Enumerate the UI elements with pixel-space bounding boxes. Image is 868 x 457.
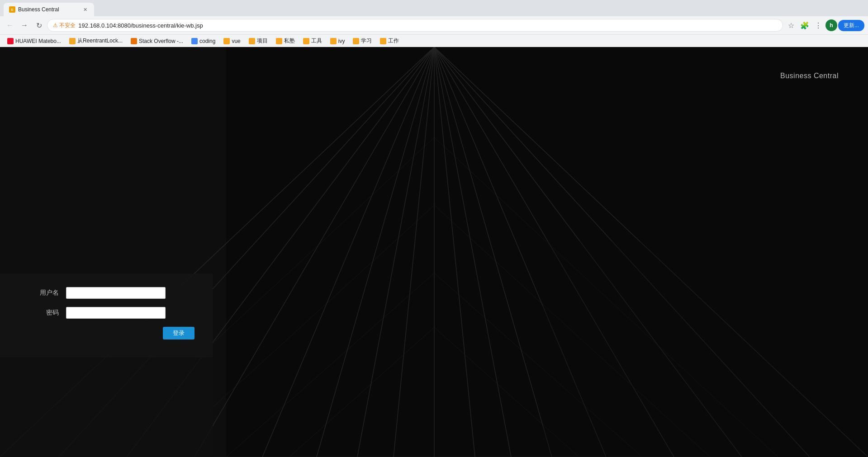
bookmark-favicon-work bbox=[380, 38, 386, 44]
username-row: 用户名 bbox=[36, 287, 194, 299]
active-tab[interactable]: B Business Central ✕ bbox=[4, 3, 94, 16]
address-text: 192.168.0.104:8080/business-central/kie-… bbox=[78, 22, 777, 29]
bookmark-vue[interactable]: vue bbox=[220, 37, 244, 45]
toolbar-actions: ☆ 🧩 ⋮ h 更新... bbox=[785, 19, 864, 32]
username-label: 用户名 bbox=[36, 289, 59, 297]
bookmark-favicon-coding bbox=[191, 38, 198, 44]
username-input[interactable] bbox=[66, 287, 166, 299]
browser-frame: B Business Central ✕ ← → ↻ ⚠ 不安全 192.168… bbox=[0, 0, 868, 457]
bookmark-work[interactable]: 工作 bbox=[376, 36, 403, 46]
bookmark-study[interactable]: 学习 bbox=[349, 36, 375, 46]
background-graphic bbox=[0, 47, 868, 457]
back-button[interactable]: ← bbox=[4, 19, 16, 32]
bookmark-sishu[interactable]: 私塾 bbox=[272, 36, 299, 46]
business-central-label: Business Central bbox=[780, 72, 839, 80]
bookmarks-bar: HUAWEI Matebo... 从ReentrantLock... Stack… bbox=[0, 34, 868, 47]
bookmark-favicon-stackoverflow bbox=[131, 38, 137, 44]
bookmark-tools[interactable]: 工具 bbox=[299, 36, 326, 46]
bookmark-favicon-sishu bbox=[276, 38, 282, 44]
bookmark-favicon-vue bbox=[223, 38, 230, 44]
bookmark-stackoverflow[interactable]: Stack Overflow -... bbox=[127, 37, 187, 45]
update-button[interactable]: 更新... bbox=[838, 20, 864, 31]
bookmark-favicon-tools bbox=[303, 38, 309, 44]
tab-bar: B Business Central ✕ bbox=[0, 0, 868, 16]
bookmark-project[interactable]: 项目 bbox=[245, 36, 271, 46]
login-form-container: 用户名 密码 登录 bbox=[0, 273, 213, 358]
tab-title: Business Central bbox=[18, 6, 79, 13]
bookmark-favicon-project bbox=[249, 38, 255, 44]
bookmark-favicon-huawei bbox=[7, 38, 14, 44]
bookmark-coding[interactable]: coding bbox=[188, 37, 219, 45]
bookmark-favicon-reentrant bbox=[69, 38, 76, 44]
password-row: 密码 bbox=[36, 307, 194, 319]
profile-button[interactable]: h bbox=[825, 19, 837, 31]
webpage: Business Central 用户名 密码 登录 bbox=[0, 47, 868, 457]
bookmark-ivy[interactable]: ivy bbox=[327, 37, 349, 45]
bookmark-reentrant[interactable]: 从ReentrantLock... bbox=[66, 36, 126, 46]
bookmark-favicon-ivy bbox=[330, 38, 337, 44]
bookmark-favicon-study bbox=[353, 38, 359, 44]
password-label: 密码 bbox=[36, 309, 59, 317]
reload-button[interactable]: ↻ bbox=[33, 19, 45, 32]
bookmark-this-button[interactable]: ☆ bbox=[785, 19, 797, 32]
security-badge: ⚠ 不安全 bbox=[53, 22, 76, 29]
extensions-button[interactable]: 🧩 bbox=[798, 19, 811, 32]
toolbar: ← → ↻ ⚠ 不安全 192.168.0.104:8080/business-… bbox=[0, 16, 868, 34]
login-button[interactable]: 登录 bbox=[163, 327, 194, 339]
tab-favicon: B bbox=[9, 6, 15, 13]
tab-close-button[interactable]: ✕ bbox=[81, 6, 89, 13]
forward-button[interactable]: → bbox=[18, 19, 31, 32]
bookmark-huawei[interactable]: HUAWEI Matebo... bbox=[4, 37, 65, 45]
password-input[interactable] bbox=[66, 307, 166, 319]
address-bar[interactable]: ⚠ 不安全 192.168.0.104:8080/business-centra… bbox=[47, 19, 783, 32]
login-button-row: 登录 bbox=[36, 327, 194, 339]
more-tools-button[interactable]: ⋮ bbox=[812, 19, 825, 32]
svg-rect-24 bbox=[543, 241, 868, 457]
